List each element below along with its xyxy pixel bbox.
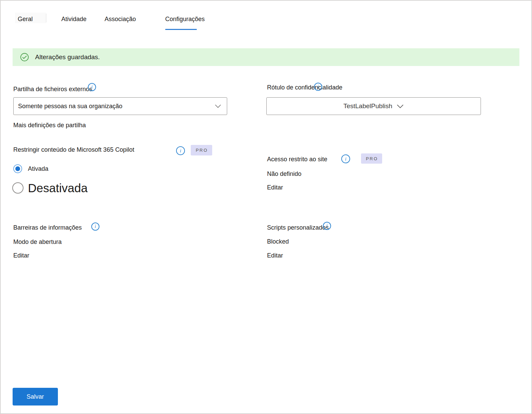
external-sharing-info-icon[interactable]: i — [88, 83, 96, 91]
info-barriers-info-icon[interactable]: i — [91, 222, 99, 231]
success-banner: Alterações guardadas. — [13, 48, 519, 66]
tab-separator — [46, 14, 46, 22]
tab-associacao[interactable]: Associação — [105, 16, 136, 23]
site-settings-panel: Geral Atividade Associação Configurações… — [0, 0, 532, 414]
restricted-access-edit-link[interactable]: Editar — [267, 184, 283, 191]
radio-ativada-label[interactable]: Ativada — [28, 165, 48, 172]
banner-message: Alterações guardadas. — [35, 53, 100, 61]
radio-ativada-dot — [15, 166, 20, 171]
info-barriers-label: Barreiras de informações — [13, 224, 82, 231]
chevron-down-icon — [215, 104, 221, 108]
radio-desativada[interactable] — [12, 182, 24, 194]
info-barriers-edit-link[interactable]: Editar — [13, 252, 29, 259]
custom-scripts-edit-link[interactable]: Editar — [267, 252, 283, 259]
tab-atividade[interactable]: Atividade — [61, 16, 87, 23]
radio-ativada[interactable] — [13, 164, 22, 173]
external-sharing-dropdown[interactable]: Somente pessoas na sua organização — [13, 97, 227, 115]
sensitivity-label-info-icon[interactable]: i — [314, 83, 322, 91]
chevron-down-icon — [396, 104, 404, 109]
copilot-restrict-info-icon[interactable]: i — [176, 146, 185, 155]
copilot-pro-badge: PRO — [191, 145, 212, 155]
restricted-access-label: Acesso restrito ao site — [267, 156, 327, 163]
custom-scripts-info-icon[interactable]: i — [323, 222, 331, 230]
active-tab-underline — [165, 29, 197, 30]
restricted-access-info-icon[interactable]: i — [341, 154, 350, 163]
sensitivity-label-selected-value: TestLabelPublish — [343, 102, 392, 110]
restricted-access-pro-badge: PRO — [361, 153, 382, 164]
external-sharing-label: Partilha de ficheiros externos — [13, 86, 92, 93]
custom-scripts-label: Scripts personalizados — [267, 224, 329, 231]
check-circle-icon — [20, 53, 29, 62]
tab-geral[interactable]: Geral — [18, 16, 33, 23]
save-button[interactable]: Salvar — [13, 388, 58, 405]
external-sharing-selected-value: Somente pessoas na sua organização — [18, 103, 122, 110]
custom-scripts-status: Blocked — [267, 238, 289, 245]
sensitivity-label-dropdown[interactable]: TestLabelPublish — [266, 97, 481, 115]
copilot-restrict-label: Restringir conteúdo de Microsoft 365 Cop… — [13, 146, 134, 153]
radio-desativada-label[interactable]: Desativada — [28, 181, 88, 195]
more-sharing-settings-link[interactable]: Mais definições de partilha — [13, 122, 86, 129]
restricted-access-status: Não definido — [267, 170, 301, 178]
sensitivity-label-label: Rótulo de confidencialidade — [267, 84, 342, 91]
tab-configuracoes[interactable]: Configurações — [165, 16, 205, 23]
info-barriers-mode: Modo de abertura — [13, 238, 62, 246]
